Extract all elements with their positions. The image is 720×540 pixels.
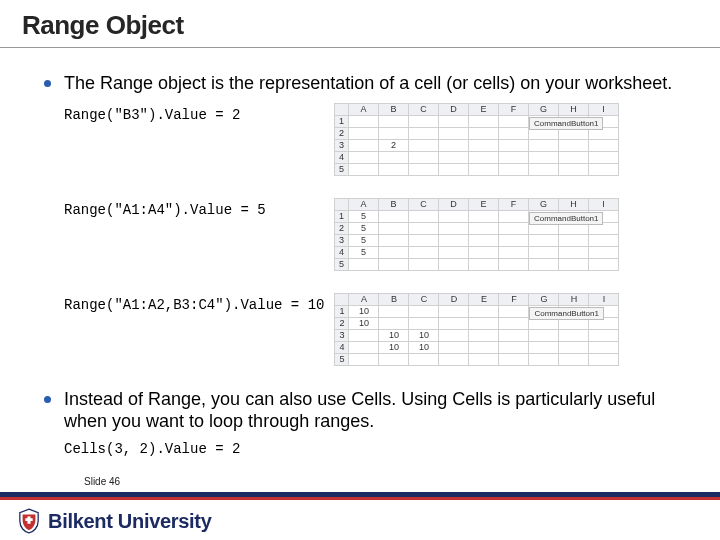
svg-rect-1: [25, 518, 32, 521]
example-3: Range("A1:A2,B3:C4").Value = 10 ABCDEFGH…: [44, 293, 690, 366]
example-1: Range("B3").Value = 2 ABCDEFGHI 1Command…: [44, 103, 690, 176]
spreadsheet-2: ABCDEFGHI 15CommandButton1 25 35 45 5: [334, 198, 619, 271]
command-button[interactable]: CommandButton1: [529, 117, 603, 130]
bullet-dot: [44, 396, 51, 403]
spreadsheet-1: ABCDEFGHI 1CommandButton1 2 32 4 5: [334, 103, 619, 176]
bullet-2: Instead of Range, you can also use Cells…: [44, 388, 690, 433]
code-4: Cells(3, 2).Value = 2: [44, 441, 690, 457]
crest-icon: [18, 508, 40, 534]
bullet-2-text: Instead of Range, you can also use Cells…: [64, 389, 655, 432]
bullet-1-text: The Range object is the representation o…: [64, 73, 672, 93]
code-3: Range("A1:A2,B3:C4").Value = 10: [44, 297, 324, 313]
bullet-1: The Range object is the representation o…: [44, 72, 690, 95]
example-2: Range("A1:A4").Value = 5 ABCDEFGHI 15Com…: [44, 198, 690, 271]
university-name: Bilkent University: [48, 510, 212, 533]
footer-logo: Bilkent University: [18, 508, 212, 534]
code-2: Range("A1:A4").Value = 5: [44, 202, 324, 218]
spreadsheet-3: ABCDEFGHI 110CommandButton1 210 31010 41…: [334, 293, 619, 366]
footer-band: [0, 492, 720, 500]
slide-title: Range Object: [0, 0, 720, 45]
slide-number: Slide 46: [84, 476, 120, 487]
code-1: Range("B3").Value = 2: [44, 107, 324, 123]
command-button[interactable]: CommandButton1: [529, 212, 603, 225]
command-button[interactable]: CommandButton1: [529, 307, 603, 320]
bullet-dot: [44, 80, 51, 87]
